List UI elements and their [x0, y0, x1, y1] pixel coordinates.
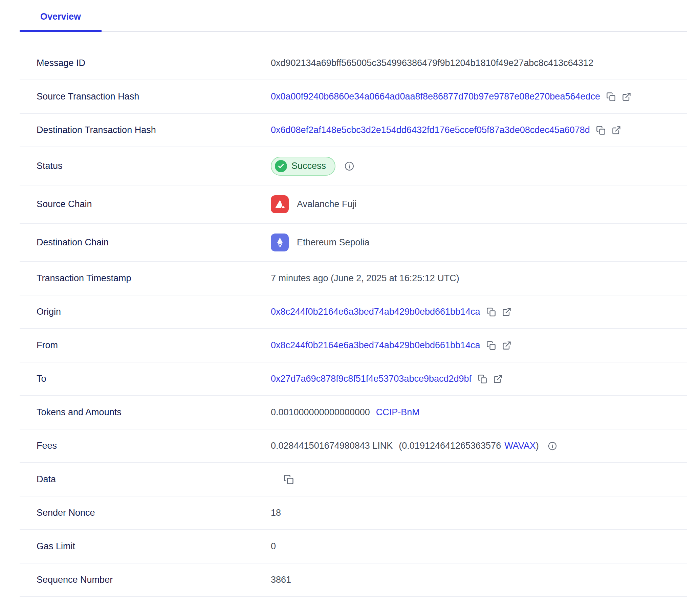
timestamp-value: 7 minutes ago (June 2, 2025 at 16:25:12 …: [271, 273, 459, 284]
table-row-sender-nonce: Sender Nonce 18: [20, 496, 687, 530]
avalanche-fuji-icon: [271, 195, 289, 213]
message-id-value: 0xd902134a69bff565005c354996386479f9b120…: [271, 58, 593, 68]
copy-icon[interactable]: [606, 92, 616, 102]
from-address-link[interactable]: 0x8c244f0b2164e6a3bed74ab429b0ebd661bb14…: [271, 340, 480, 351]
sender-nonce-label: Sender Nonce: [37, 508, 271, 518]
dest-chain-name: Ethereum Sepolia: [297, 237, 370, 248]
table-row-to: To 0x27d7a69c878f9c8f51f4e53703abce9bacd…: [20, 362, 687, 396]
origin-address-link[interactable]: 0x8c244f0b2164e6a3bed74ab429b0ebd661bb14…: [271, 307, 480, 317]
tokens-amounts-label: Tokens and Amounts: [37, 407, 271, 418]
table-row-data: Data: [20, 463, 687, 496]
info-icon[interactable]: [344, 161, 354, 171]
from-label: From: [37, 340, 271, 351]
source-tx-hash-link[interactable]: 0x0a00f9240b6860e34a0664ad0aa8f8e86877d7…: [271, 91, 600, 102]
gas-limit-label: Gas Limit: [37, 541, 271, 552]
token-amount: 0.001000000000000000: [271, 407, 370, 418]
copy-icon[interactable]: [478, 374, 487, 384]
external-link-icon[interactable]: [502, 341, 511, 350]
to-label: To: [37, 374, 271, 384]
copy-icon[interactable]: [486, 307, 496, 317]
fees-paren-close: ): [536, 441, 539, 451]
sequence-number-value: 3861: [271, 575, 291, 585]
copy-icon[interactable]: [284, 474, 294, 485]
sender-nonce-value: 18: [271, 508, 281, 518]
table-row-tokens-amounts: Tokens and Amounts 0.001000000000000000 …: [20, 396, 687, 429]
table-row-status: Status Success: [20, 147, 687, 185]
sequence-number-label: Sequence Number: [37, 575, 271, 585]
overview-details-table: Message ID 0xd902134a69bff565005c3549963…: [20, 32, 687, 597]
token-symbol-link[interactable]: CCIP-BnM: [376, 407, 420, 418]
status-badge: Success: [271, 157, 335, 176]
info-icon[interactable]: [548, 441, 557, 451]
gas-limit-value: 0: [271, 541, 276, 552]
ethereum-sepolia-icon: [271, 234, 289, 251]
external-link-icon[interactable]: [612, 126, 621, 135]
table-row-fees: Fees 0.028441501674980843 LINK (0.019124…: [20, 429, 687, 463]
external-link-icon[interactable]: [622, 92, 631, 102]
table-row-message-id: Message ID 0xd902134a69bff565005c3549963…: [20, 47, 687, 80]
to-address-link[interactable]: 0x27d7a69c878f9c8f51f4e53703abce9bacd2d9…: [271, 374, 472, 384]
table-row-origin: Origin 0x8c244f0b2164e6a3bed74ab429b0ebd…: [20, 295, 687, 329]
fees-label: Fees: [37, 441, 271, 451]
check-icon: [275, 160, 287, 172]
table-row-source-tx-hash: Source Transaction Hash 0x0a00f9240b6860…: [20, 80, 687, 114]
table-row-dest-tx-hash: Destination Transaction Hash 0x6d08ef2af…: [20, 114, 687, 147]
tab-overview[interactable]: Overview: [20, 6, 102, 31]
data-label: Data: [37, 474, 271, 485]
external-link-icon[interactable]: [502, 307, 511, 317]
external-link-icon[interactable]: [493, 374, 503, 384]
table-row-source-chain: Source Chain Avalanche Fuji: [20, 185, 687, 224]
copy-icon[interactable]: [486, 341, 496, 350]
message-id-label: Message ID: [37, 58, 271, 68]
source-tx-hash-label: Source Transaction Hash: [37, 91, 271, 102]
source-chain-label: Source Chain: [37, 199, 271, 209]
table-row-dest-chain: Destination Chain Ethereum Sepolia: [20, 224, 687, 262]
fees-converted-amount: (0.019124641265363576: [399, 441, 501, 451]
origin-label: Origin: [37, 307, 271, 317]
timestamp-label: Transaction Timestamp: [37, 273, 271, 284]
fees-amount: 0.028441501674980843 LINK: [271, 441, 393, 451]
tab-bar: Overview: [20, 0, 687, 32]
dest-chain-label: Destination Chain: [37, 237, 271, 248]
copy-icon[interactable]: [596, 126, 606, 135]
table-row-from: From 0x8c244f0b2164e6a3bed74ab429b0ebd66…: [20, 329, 687, 362]
status-badge-text: Success: [291, 161, 326, 171]
fees-token-link[interactable]: WAVAX: [504, 441, 536, 451]
table-row-timestamp: Transaction Timestamp 7 minutes ago (Jun…: [20, 262, 687, 295]
table-row-gas-limit: Gas Limit 0: [20, 530, 687, 563]
dest-tx-hash-label: Destination Transaction Hash: [37, 125, 271, 135]
dest-tx-hash-link[interactable]: 0x6d08ef2af148e5cbc3d2e154dd6432fd176e5c…: [271, 125, 590, 135]
table-row-sequence-number: Sequence Number 3861: [20, 563, 687, 597]
source-chain-name: Avalanche Fuji: [297, 199, 357, 209]
status-label: Status: [37, 161, 271, 171]
